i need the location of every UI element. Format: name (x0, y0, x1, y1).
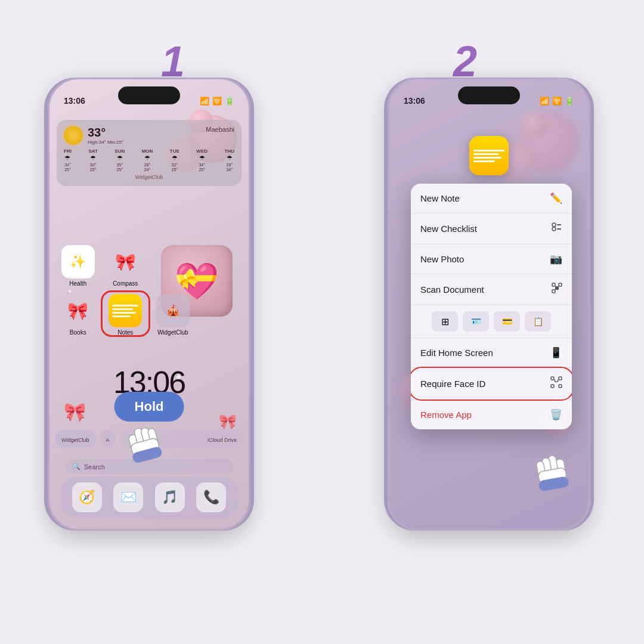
app-books[interactable]: 🎀 Books (57, 294, 100, 336)
app-row-2: 🎀 Books Notes 🎪 WidgetClub (57, 294, 242, 336)
search-text: Search (84, 463, 105, 470)
menu-list-icon[interactable]: 📋 (525, 311, 551, 332)
new-note-label: New Note (420, 193, 460, 203)
svg-rect-16 (551, 385, 554, 388)
menu-item-scan-document[interactable]: Scan Document (411, 274, 572, 305)
new-checklist-label: New Checklist (420, 224, 477, 234)
svg-point-8 (552, 227, 556, 231)
dock: 🧭 ✉️ 🎵 📞 (60, 476, 238, 518)
menu-credit-icon[interactable]: 💳 (494, 311, 520, 332)
dynamic-island-2 (458, 86, 520, 104)
svg-point-18 (555, 380, 556, 381)
status-time-2: 13:06 (404, 96, 425, 106)
compass-label: Compass (113, 280, 138, 287)
remove-app-label: Remove App (420, 410, 472, 420)
status-time-1: 13:06 (64, 96, 85, 106)
remove-app-icon: 🗑️ (550, 408, 562, 421)
scan-icon (552, 283, 562, 296)
notes-icon-p2[interactable] (469, 136, 509, 175)
camera-icon: 📷 (550, 253, 562, 265)
svg-rect-10 (552, 283, 555, 286)
dock-phone[interactable]: 📞 (196, 482, 226, 512)
context-menu: New Note ✏️ New Checklist New Photo 📷 Sc… (411, 184, 572, 429)
edit-home-screen-label: Edit Home Screen (420, 348, 493, 358)
widgetclub-label-app: WidgetClub (157, 329, 188, 336)
require-face-id-label: Require Face ID (420, 379, 485, 389)
phone-1: 13:06 📶 🛜 🔋 33° High:34° Min:25° Maebash… (48, 78, 250, 531)
dock-compass[interactable]: 🧭 (72, 482, 102, 512)
new-note-icon: ✏️ (550, 192, 562, 205)
menu-item-remove-app[interactable]: Remove App 🗑️ (411, 400, 572, 429)
menu-icon-row: ⊞ 🪪 💳 📋 (411, 305, 572, 338)
app-notes[interactable]: Notes (104, 294, 147, 336)
menu-grid-icon[interactable]: ⊞ (432, 311, 458, 332)
svg-point-19 (558, 380, 559, 381)
menu-item-new-photo[interactable]: New Photo 📷 (411, 244, 572, 274)
health-label: Health (69, 280, 86, 287)
checklist-icon (552, 222, 562, 236)
app-widgetclub[interactable]: 🎪 WidgetClub (151, 294, 194, 336)
svg-rect-15 (559, 377, 562, 380)
dock-music[interactable]: 🎵 (155, 482, 185, 512)
books-label: Books (70, 329, 86, 336)
svg-rect-7 (557, 224, 561, 225)
face-id-icon (550, 376, 562, 391)
svg-rect-9 (557, 228, 561, 230)
weather-widget: 33° High:34° Min:25° Maebashi FRI ☂ 34° … (57, 120, 242, 186)
widget-club-label: WidgetClub (64, 174, 234, 180)
hand-cursor-2 (525, 440, 575, 497)
svg-point-6 (552, 223, 556, 227)
dock-mail[interactable]: ✉️ (113, 482, 143, 512)
menu-item-edit-home-screen[interactable]: Edit Home Screen 📱 (411, 338, 572, 368)
svg-rect-14 (551, 377, 554, 380)
phone-2: 13:06 📶 🛜 🔋 New Note ✏️ New Checklist (388, 78, 590, 531)
weather-city: Maebashi (206, 126, 234, 133)
weather-temp: 33° (88, 126, 123, 140)
svg-rect-17 (559, 385, 562, 388)
menu-item-require-face-id[interactable]: Require Face ID (411, 368, 572, 400)
new-photo-label: New Photo (420, 254, 464, 264)
svg-rect-12 (552, 290, 555, 293)
svg-rect-13 (555, 286, 559, 290)
scan-document-label: Scan Document (420, 284, 484, 295)
notes-label: Notes (117, 329, 133, 336)
menu-item-new-note[interactable]: New Note ✏️ (411, 184, 572, 213)
svg-rect-11 (559, 283, 562, 286)
home-screen-icon: 📱 (550, 346, 562, 359)
menu-item-new-checklist[interactable]: New Checklist (411, 213, 572, 244)
dynamic-island-1 (118, 86, 180, 104)
menu-card-icon[interactable]: 🪪 (463, 311, 489, 332)
weather-highlow: High:34° Min:25° (88, 140, 123, 145)
